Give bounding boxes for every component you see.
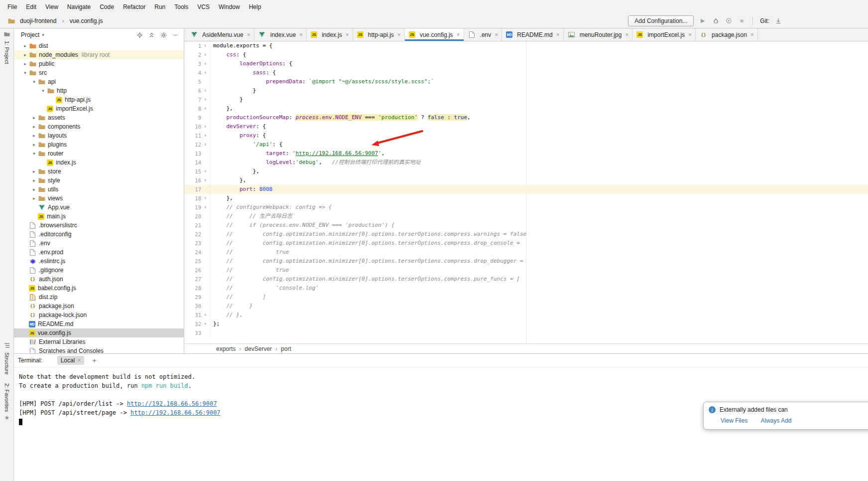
close-terminal-tab-icon[interactable]: × [77, 357, 81, 364]
tree-item-app-vue[interactable]: App.vue [14, 203, 184, 212]
editor-tab-importexcel-js[interactable]: JSimportExcel.js× [632, 28, 696, 41]
code-line[interactable]: proxy: { [210, 131, 266, 140]
tree-item-plugins[interactable]: ▸plugins [14, 140, 184, 149]
code-line[interactable]: }, [210, 194, 233, 203]
line-number[interactable]: 24 [184, 248, 201, 257]
tree-item-package-lock-json[interactable]: {}package-lock.json [14, 311, 184, 320]
fold-marker-icon[interactable]: ∧ [201, 194, 210, 203]
gear-icon[interactable] [160, 31, 167, 38]
menu-view[interactable]: View [41, 3, 63, 10]
coverage-icon[interactable] [725, 17, 733, 25]
chevron-right-icon[interactable]: ▸ [31, 196, 37, 201]
close-tab-icon[interactable]: × [495, 31, 498, 38]
vcs-update-icon[interactable] [774, 17, 782, 25]
line-number[interactable]: 4 [184, 68, 201, 77]
editor-tab-http-api-js[interactable]: JShttp-api.js× [353, 28, 405, 41]
line-number[interactable]: 21 [184, 221, 201, 230]
line-number[interactable]: 32 [184, 320, 201, 328]
code-line[interactable]: // config.optimization.minimizer[0].opti… [210, 239, 520, 248]
menu-tools[interactable]: Tools [170, 3, 193, 10]
tree-item-scratches-and-consoles[interactable]: Scratches and Consoles [14, 346, 184, 353]
code-line[interactable]: css: { [210, 50, 246, 59]
menu-vcs[interactable]: VCS [193, 3, 214, 10]
tool-window-button-structure[interactable]: Structure [0, 342, 14, 375]
tree-item-browserslistrc[interactable]: .browserslistrc [14, 221, 184, 230]
tree-item-main-js[interactable]: JSmain.js [14, 212, 184, 221]
code-line[interactable]: '/api': { [210, 140, 282, 149]
line-number[interactable]: 14 [184, 158, 201, 167]
tree-item-index-js[interactable]: JSindex.js [14, 158, 184, 167]
tree-item-babel-config-js[interactable]: JSbabel.config.js [14, 284, 184, 293]
tree-item-vue-config-js[interactable]: JSvue.config.js [14, 328, 184, 337]
tree-item-importexcel-js[interactable]: JSimportExcel.js [14, 104, 184, 113]
code-line[interactable]: // 'console.log' [210, 284, 319, 293]
terminal-link[interactable]: http://192.168.66.56:9007 [130, 409, 221, 416]
code-line[interactable]: devServer: { [210, 122, 266, 131]
locate-file-icon[interactable] [136, 31, 143, 38]
run-icon[interactable]: ▶ [699, 17, 707, 25]
tree-item-node-modules[interactable]: ▸node_moduleslibrary root [14, 50, 184, 59]
fold-marker-icon[interactable]: ∨ [201, 131, 210, 140]
code-editor[interactable]: 1∨module.exports = {2∨ css: {3∨ loaderOp… [184, 41, 868, 343]
line-number[interactable]: 22 [184, 230, 201, 239]
add-configuration-button[interactable]: Add Configuration... [628, 15, 694, 26]
debug-icon[interactable] [712, 17, 720, 25]
tree-item-http[interactable]: ▾http [14, 86, 184, 95]
code-line[interactable]: // }, [210, 311, 243, 320]
tree-item-env-prod[interactable]: .env.prod [14, 248, 184, 257]
line-number[interactable]: 27 [184, 275, 201, 284]
hide-panel-icon[interactable]: ─ [172, 31, 179, 38]
menu-code[interactable]: Code [95, 3, 119, 10]
fold-marker-icon[interactable]: ∨ [201, 140, 210, 149]
code-line[interactable]: sass: { [210, 68, 276, 77]
code-line[interactable]: loaderOptions: { [210, 59, 292, 68]
notification-link-always-add[interactable]: Always Add [760, 417, 791, 424]
code-line[interactable]: }, [210, 176, 246, 185]
close-tab-icon[interactable]: × [247, 31, 250, 38]
code-line[interactable]: // if (process.env.NODE_ENV === 'product… [210, 221, 394, 230]
menu-window[interactable]: Window [214, 3, 245, 10]
close-tab-icon[interactable]: × [750, 31, 754, 38]
line-number[interactable]: 13 [184, 149, 201, 158]
close-tab-icon[interactable]: × [457, 31, 460, 38]
menu-run[interactable]: Run [150, 3, 170, 10]
tree-item-api[interactable]: ▾api [14, 77, 184, 86]
chevron-right-icon[interactable]: ▸ [22, 43, 28, 48]
chevron-right-icon[interactable]: ▸ [31, 169, 37, 174]
menu-edit[interactable]: Edit [21, 3, 41, 10]
line-number[interactable]: 25 [184, 257, 201, 266]
code-line[interactable]: port: 8008 [210, 185, 272, 194]
close-tab-icon[interactable]: × [625, 31, 628, 38]
chevron-right-icon[interactable]: ▸ [22, 61, 28, 66]
breadcrumb-port[interactable]: port [280, 345, 292, 352]
line-number[interactable]: 6 [184, 86, 201, 95]
tool-window-button-project[interactable]: 1: Project [0, 31, 14, 64]
close-tab-icon[interactable]: × [688, 31, 692, 38]
line-number[interactable]: 1 [184, 41, 201, 50]
chevron-right-icon[interactable]: ▸ [31, 133, 37, 138]
code-line[interactable]: } [210, 86, 256, 95]
fold-marker-icon[interactable]: ∨ [201, 41, 210, 50]
tree-item-store[interactable]: ▸store [14, 167, 184, 176]
tree-item-auth-json[interactable]: {}auth.json [14, 275, 184, 284]
chevron-right-icon[interactable]: ▸ [22, 52, 28, 57]
line-number[interactable]: 18 [184, 194, 201, 203]
tree-item-readme-md[interactable]: MDREADME.md [14, 320, 184, 328]
line-number[interactable]: 31 [184, 311, 201, 320]
tree-item-gitignore[interactable]: .gitignore [14, 266, 184, 275]
code-line[interactable]: // config.optimization.minimizer[0].opti… [210, 257, 523, 266]
code-line[interactable]: // true [210, 248, 289, 257]
tree-item-eslintrc-js[interactable]: .eslintrc.js [14, 257, 184, 266]
chevron-right-icon[interactable]: ▸ [31, 142, 37, 147]
fold-marker-icon[interactable]: ∧ [201, 320, 210, 328]
menu-refactor[interactable]: Refactor [119, 3, 150, 10]
line-number[interactable]: 26 [184, 266, 201, 275]
close-tab-icon[interactable]: × [556, 31, 560, 38]
code-line[interactable]: module.exports = { [210, 41, 272, 50]
editor-tab-env[interactable]: .env× [464, 28, 502, 41]
stop-icon[interactable]: ■ [738, 17, 745, 25]
fold-marker-icon[interactable]: ∨ [201, 68, 210, 77]
chevron-down-icon[interactable]: ▾ [31, 151, 37, 156]
chevron-down-icon[interactable]: ▾ [40, 88, 46, 93]
line-number[interactable]: 10 [184, 122, 201, 131]
